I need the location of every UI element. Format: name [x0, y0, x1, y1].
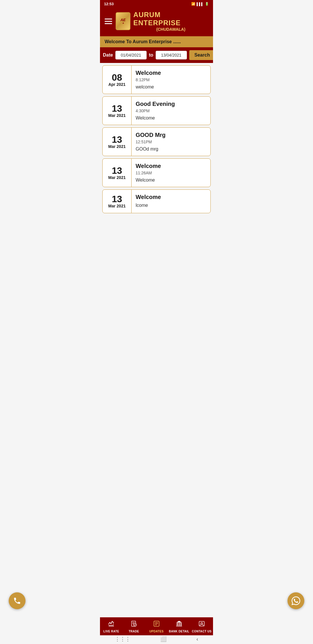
signal-icon: ▌▌▌: [197, 2, 203, 6]
from-date-input[interactable]: [115, 51, 147, 59]
card-content: Welcome lcome: [132, 190, 210, 213]
card-content: Welcome 11:26AM Welcome: [132, 159, 210, 187]
card-date: 08 Apr 2021: [103, 66, 132, 94]
notification-card[interactable]: 13 Mar 2021 GOOD Mrg 12:51PM GOOd mrg: [102, 127, 211, 156]
search-button[interactable]: Search: [189, 50, 213, 60]
notification-card[interactable]: 13 Mar 2021 Good Evening 4:30PM Welcome: [102, 96, 211, 125]
app-subtitle: (CHUDAWALA): [133, 27, 208, 32]
wifi-icon: 📶: [191, 2, 195, 6]
hamburger-button[interactable]: [105, 19, 112, 24]
date-label: Date: [103, 53, 113, 58]
app-header: AE ✦ AURUM ENTERPRISE (CHUDAWALA): [100, 8, 213, 36]
welcome-text: Welcome To Aurum Enterprise ......: [105, 39, 181, 44]
date-to-label: to: [149, 53, 153, 58]
notifications-list: 08 Apr 2021 Welcome 8:12PM welcome 13 Ma…: [100, 63, 213, 260]
status-icons: 📶 ▌▌▌ 🔋: [191, 2, 209, 6]
card-date: 13 Mar 2021: [103, 159, 132, 187]
app-title: AURUM ENTERPRISE (CHUDAWALA): [133, 11, 208, 32]
card-date: 13 Mar 2021: [103, 128, 132, 156]
logo-container: AE ✦ AURUM ENTERPRISE (CHUDAWALA): [116, 11, 208, 32]
date-filter: Date to Search: [100, 47, 213, 63]
card-content: Welcome 8:12PM welcome: [132, 66, 210, 94]
card-date: 13 Mar 2021: [103, 97, 132, 125]
card-content: Good Evening 4:30PM Welcome: [132, 97, 210, 125]
notification-card[interactable]: 13 Mar 2021 Welcome 11:26AM Welcome: [102, 158, 211, 187]
battery-icon: 🔋: [205, 2, 209, 6]
status-bar: 12:53 📶 ▌▌▌ 🔋: [100, 0, 213, 8]
notification-card[interactable]: 08 Apr 2021 Welcome 8:12PM welcome: [102, 65, 211, 94]
to-date-input[interactable]: [156, 51, 187, 59]
app-logo: AE ✦: [116, 12, 130, 30]
welcome-banner: Welcome To Aurum Enterprise ......: [100, 36, 213, 47]
time: 12:53: [104, 2, 114, 6]
app-name: AURUM ENTERPRISE: [133, 11, 208, 27]
card-content: GOOD Mrg 12:51PM GOOd mrg: [132, 128, 210, 156]
card-date: 13 Mar 2021: [103, 190, 132, 213]
notification-card-partial[interactable]: 13 Mar 2021 Welcome lcome: [102, 189, 211, 213]
